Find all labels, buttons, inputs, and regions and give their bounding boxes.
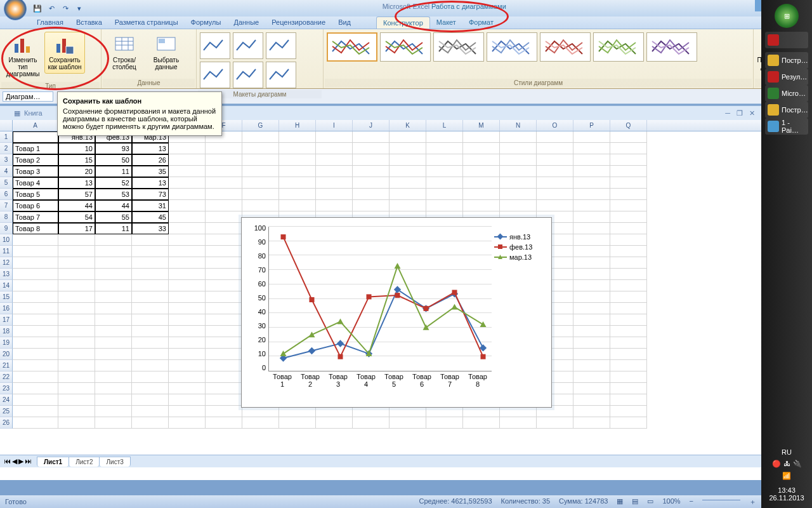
cell-J3[interactable]	[353, 154, 390, 166]
cell-O5[interactable]	[537, 177, 573, 189]
cell-E11[interactable]	[169, 246, 206, 257]
sheet-nav-next-icon[interactable]: ▶	[18, 457, 23, 465]
row-header-22[interactable]: 22	[0, 371, 13, 383]
cell-A12[interactable]	[13, 257, 58, 269]
cell-K5[interactable]	[390, 177, 426, 189]
row-header-4[interactable]: 4	[0, 166, 13, 177]
cell-B11[interactable]	[58, 246, 95, 257]
cell-Q12[interactable]	[610, 257, 647, 269]
sheet-nav-prev-icon[interactable]: ◀	[12, 457, 17, 465]
row-header-5[interactable]: 5	[0, 177, 13, 189]
cell-C14[interactable]	[95, 280, 132, 291]
cell-M5[interactable]	[463, 177, 500, 189]
cell-D12[interactable]	[132, 257, 169, 269]
cell-E13[interactable]	[169, 269, 206, 280]
tray-network-icon[interactable]: 🖧	[783, 460, 790, 468]
cell-C22[interactable]	[95, 371, 132, 383]
sheet-nav-first-icon[interactable]: ⏮	[4, 457, 11, 465]
chart-layout-2[interactable]	[233, 32, 263, 59]
cell-B20[interactable]	[58, 349, 95, 360]
cell-Q13[interactable]	[610, 269, 647, 280]
cell-E24[interactable]	[169, 394, 206, 406]
cell-P17[interactable]	[573, 314, 610, 326]
chart-style-5[interactable]	[540, 32, 591, 62]
cell-B6[interactable]: 57	[58, 189, 95, 200]
cell-D3[interactable]: 26	[132, 154, 169, 166]
cell-C20[interactable]	[95, 349, 132, 360]
taskbar-app[interactable]: Постр…	[765, 52, 808, 69]
cell-L3[interactable]	[426, 154, 463, 166]
cell-L7[interactable]	[426, 200, 463, 211]
cell-A11[interactable]	[13, 246, 58, 257]
column-header-N[interactable]: N	[500, 120, 537, 131]
cell-O1[interactable]	[537, 131, 573, 143]
cell-F25[interactable]	[206, 406, 242, 417]
taskbar-app[interactable]: 1 - Pai…	[765, 118, 808, 135]
cell-Q24[interactable]	[610, 394, 647, 406]
cell-P25[interactable]	[573, 406, 610, 417]
cell-C11[interactable]	[95, 246, 132, 257]
cell-E19[interactable]	[169, 337, 206, 349]
row-header-7[interactable]: 7	[0, 200, 13, 211]
chart-layout-6[interactable]	[266, 62, 296, 88]
cell-P23[interactable]	[573, 383, 610, 394]
cell-O2[interactable]	[537, 143, 573, 154]
column-header-P[interactable]: P	[573, 120, 610, 131]
row-header-23[interactable]: 23	[0, 383, 13, 394]
zoom-level[interactable]: 100%	[662, 497, 680, 507]
cell-F8[interactable]	[206, 211, 242, 223]
cell-K6[interactable]	[390, 189, 426, 200]
cell-N4[interactable]	[500, 166, 537, 177]
cell-E18[interactable]	[169, 326, 206, 337]
chart-layout-1[interactable]	[200, 32, 230, 59]
cell-B23[interactable]	[58, 383, 95, 394]
cell-K2[interactable]	[390, 143, 426, 154]
cell-Q9[interactable]	[610, 223, 647, 234]
cell-P5[interactable]	[573, 177, 610, 189]
tab-Макет[interactable]: Макет	[430, 17, 462, 29]
cell-C2[interactable]: 93	[95, 143, 132, 154]
cell-G1[interactable]	[242, 131, 279, 143]
cell-E6[interactable]	[169, 189, 206, 200]
cell-B16[interactable]	[58, 303, 95, 314]
cell-F3[interactable]	[206, 154, 242, 166]
row-header-15[interactable]: 15	[0, 291, 13, 303]
cell-F19[interactable]	[206, 337, 242, 349]
cell-A18[interactable]	[13, 326, 58, 337]
column-header-K[interactable]: K	[390, 120, 426, 131]
cell-C13[interactable]	[95, 269, 132, 280]
cell-J1[interactable]	[353, 131, 390, 143]
column-header-M[interactable]: M	[463, 120, 500, 131]
sheet-tab-Лист3[interactable]: Лист3	[99, 457, 130, 467]
cell-F26[interactable]	[206, 417, 242, 429]
cell-O4[interactable]	[537, 166, 573, 177]
cell-H6[interactable]	[279, 189, 316, 200]
cell-C25[interactable]	[95, 406, 132, 417]
cell-P6[interactable]	[573, 189, 610, 200]
cell-J2[interactable]	[353, 143, 390, 154]
cell-B26[interactable]	[58, 417, 95, 429]
cell-M26[interactable]	[463, 417, 500, 429]
cell-L2[interactable]	[426, 143, 463, 154]
cell-F9[interactable]	[206, 223, 242, 234]
cell-A13[interactable]	[13, 269, 58, 280]
cell-C7[interactable]: 44	[95, 200, 132, 211]
cell-D6[interactable]: 73	[132, 189, 169, 200]
cell-D7[interactable]: 31	[132, 200, 169, 211]
cell-O6[interactable]	[537, 189, 573, 200]
column-header-G[interactable]: G	[242, 120, 279, 131]
cell-A23[interactable]	[13, 383, 58, 394]
cell-C9[interactable]: 11	[95, 223, 132, 234]
cell-B21[interactable]	[58, 360, 95, 371]
row-header-20[interactable]: 20	[0, 349, 13, 360]
cell-G2[interactable]	[242, 143, 279, 154]
cell-B7[interactable]: 44	[58, 200, 95, 211]
cell-E10[interactable]	[169, 234, 206, 246]
cell-Q26[interactable]	[610, 417, 647, 429]
sheet-tab-Лист2[interactable]: Лист2	[69, 457, 100, 467]
cell-P18[interactable]	[573, 326, 610, 337]
cell-Q15[interactable]	[610, 291, 647, 303]
cell-Q16[interactable]	[610, 303, 647, 314]
cell-M7[interactable]	[463, 200, 500, 211]
tray-volume-icon[interactable]: 📶	[782, 472, 791, 480]
